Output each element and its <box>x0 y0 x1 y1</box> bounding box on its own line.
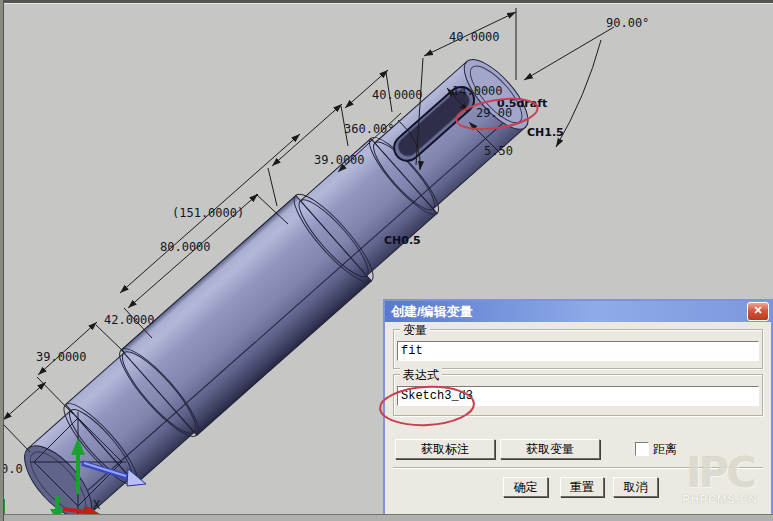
variable-input[interactable] <box>397 341 759 361</box>
dimension-label[interactable]: 5.50 <box>484 144 513 158</box>
cancel-button[interactable]: 取消 <box>613 477 658 497</box>
window-border-bottom <box>0 514 773 521</box>
dimension-label[interactable]: (151.0000) <box>172 206 244 220</box>
dimension-label[interactable]: 40.0000 <box>372 88 423 102</box>
dimension-label[interactable]: X <box>93 498 101 512</box>
expression-input[interactable] <box>397 386 759 406</box>
dialog-separator <box>393 467 763 469</box>
expression-groupbox: 表达式 <box>393 374 763 416</box>
window-border-left <box>0 0 4 521</box>
create-edit-variable-dialog: 创建/编辑变量 ✕ 变量 表达式 获取标注 获取变量 距离 确定 重置 取消 <box>383 299 773 518</box>
reset-button[interactable]: 重置 <box>560 477 604 497</box>
dimension-label[interactable]: 14.0000 <box>452 84 503 98</box>
dimension-label[interactable]: 39.0000 <box>36 350 87 364</box>
get-variable-button[interactable]: 获取变量 <box>500 439 600 459</box>
variable-groupbox: 变量 <box>393 329 763 369</box>
window-border-top <box>0 0 773 4</box>
dimension-label[interactable]: 39.0000 <box>314 153 365 167</box>
get-annotation-button[interactable]: 获取标注 <box>395 439 495 459</box>
dimension-label[interactable]: CH0.5 <box>384 234 421 247</box>
dimension-label[interactable]: 29.00 <box>476 106 512 120</box>
dimension-label[interactable]: 0.0 <box>1 462 23 476</box>
dialog-title: 创建/编辑变量 <box>391 303 473 321</box>
ok-button[interactable]: 确定 <box>503 477 548 497</box>
distance-checkbox[interactable] <box>635 442 649 456</box>
distance-checkbox-label: 距离 <box>653 441 677 458</box>
dialog-titlebar[interactable]: 创建/编辑变量 ✕ <box>385 301 771 322</box>
dimension-label[interactable]: 42.0000 <box>104 313 155 327</box>
dimension-label[interactable]: CH1.5 <box>527 126 564 139</box>
dimension-label[interactable]: 40.0000 <box>449 30 500 44</box>
dimension-label[interactable]: 90.00° <box>606 16 649 30</box>
dimension-label[interactable]: 80.0000 <box>160 240 211 254</box>
variable-group-label: 变量 <box>400 322 430 339</box>
close-icon[interactable]: ✕ <box>747 302 769 321</box>
dimension-label[interactable]: 360.00° <box>344 122 395 136</box>
expression-group-label: 表达式 <box>400 367 442 384</box>
